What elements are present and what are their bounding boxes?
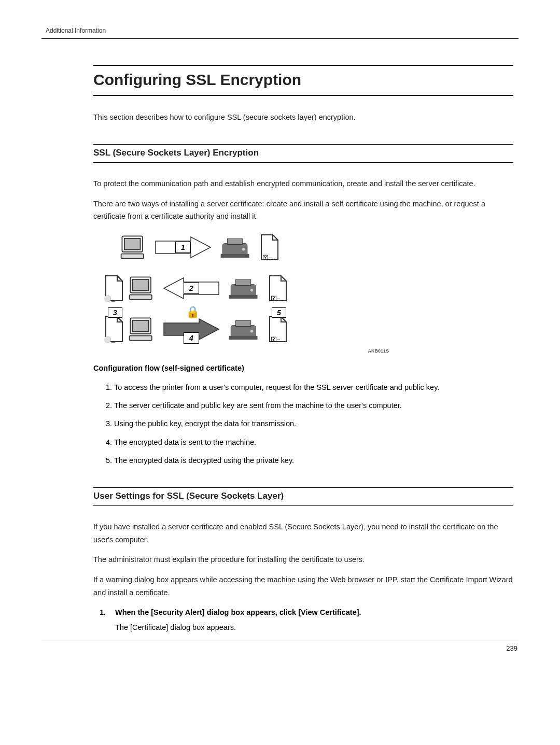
diagram-label-5: 5 [272, 307, 286, 318]
svg-rect-14 [229, 295, 258, 299]
diagram-row-3: 3 ⚪⎯ 🔒 [104, 315, 513, 343]
computer-icon [128, 315, 156, 343]
section1-para1: To protect the communication path and es… [93, 177, 513, 190]
procedure-step-1: 1. When the [Security Alert] dialog box … [100, 608, 513, 634]
svg-rect-10 [130, 295, 152, 300]
svg-rect-2 [121, 254, 144, 259]
svg-point-7 [242, 248, 245, 250]
printer-icon [219, 235, 252, 260]
document-with-key-left: ⚪⎯ [104, 275, 120, 302]
step-note: The [Certificate] dialog box appears. [115, 622, 513, 634]
config-flow-steps: To access the printer from a user's comp… [114, 382, 513, 467]
config-flow-subheading: Configuration flow (self-signed certific… [93, 364, 513, 372]
header-rule [41, 38, 519, 39]
step-item-5: The encrypted data is decrypted using th… [114, 455, 513, 467]
svg-rect-6 [221, 254, 249, 258]
printer-icon [227, 317, 260, 342]
key-icon: ⚿⎯ [271, 336, 280, 343]
section-heading-user-settings: User Settings for SSL (Secure Sockets La… [93, 487, 513, 506]
intro-text: This section describes how to configure … [93, 111, 513, 123]
step-item-2: The server certificate and public key ar… [114, 400, 513, 412]
running-header: Additional Information [46, 27, 519, 34]
document-with-callout-3: 3 ⚪⎯ [104, 316, 120, 343]
svg-rect-5 [227, 239, 242, 245]
step-number: 1. [100, 608, 109, 634]
arrow-right-4: 🔒 4 [163, 318, 220, 341]
procedure-steps: 1. When the [Security Alert] dialog box … [100, 608, 513, 634]
svg-rect-17 [133, 320, 149, 332]
step-instruction: When the [Security Alert] dialog box app… [115, 608, 513, 616]
printer-icon [227, 276, 260, 301]
lock-icon: 🔒 [186, 305, 200, 319]
section2-para2: The administrator must explain the proce… [93, 553, 513, 566]
diagram-code: AKB011S [93, 348, 389, 354]
svg-rect-13 [235, 280, 250, 286]
footer-rule [41, 640, 519, 640]
key-icon: ⚪⎯ [104, 336, 115, 343]
page-title: Configuring SSL Encryption [93, 65, 513, 96]
document-with-key-right: ⚿⎯ [268, 275, 281, 302]
diagram-label-4: 4 [184, 332, 199, 344]
key-icon: ⚿⎯ [262, 254, 272, 261]
arrow-right-1: 1 [155, 236, 212, 259]
computer-icon [128, 274, 156, 302]
diagram-label-3: 3 [108, 307, 122, 318]
svg-point-15 [250, 289, 253, 291]
diagram-label-2: 2 [184, 283, 199, 294]
svg-rect-18 [130, 336, 152, 341]
diagram-row-1: 1 ⚿⎯ [119, 233, 513, 261]
svg-rect-22 [229, 336, 258, 340]
svg-rect-21 [235, 321, 250, 327]
section1-para2: There are two ways of installing a serve… [93, 198, 513, 223]
computer-icon [119, 233, 147, 261]
section2-para1: If you have installed a server certifica… [93, 521, 513, 546]
diagram-label-1: 1 [175, 242, 191, 253]
section-heading-ssl: SSL (Secure Sockets Layer) Encryption [93, 144, 513, 163]
step-item-1: To access the printer from a user's comp… [114, 382, 513, 393]
svg-rect-9 [133, 279, 149, 291]
key-icon: ⚿⎯ [271, 295, 280, 302]
key-icon: ⚪⎯ [104, 295, 115, 302]
step-item-4: The encrypted data is sent to the machin… [114, 437, 513, 448]
step-item-3: Using the public key, encrypt the data f… [114, 418, 513, 430]
svg-point-23 [250, 330, 253, 332]
content-area: Configuring SSL Encryption This section … [93, 65, 513, 634]
section2-para3: If a warning dialog box appears while ac… [93, 573, 513, 599]
svg-rect-1 [124, 238, 141, 250]
document-with-key: ⚿⎯ [259, 234, 273, 261]
diagram-row-2: ⚪⎯ 2 [104, 274, 513, 302]
ssl-flow-diagram: 1 ⚿⎯ [104, 233, 513, 343]
arrow-left-2: 2 [163, 277, 220, 300]
document-with-callout-5: 5 ⚿⎯ [268, 316, 281, 343]
page-number: 239 [41, 644, 517, 652]
